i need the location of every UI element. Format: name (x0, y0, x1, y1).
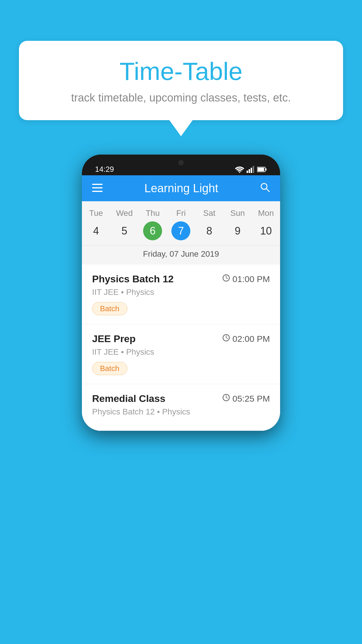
signal-icon (247, 166, 255, 173)
schedule-list: Physics Batch 12 01:00 PM (82, 265, 280, 431)
svg-line-18 (226, 338, 228, 339)
day-8[interactable]: 8 (200, 221, 219, 240)
hamburger-icon[interactable] (92, 183, 103, 193)
clock-icon-2 (222, 334, 230, 344)
batch-badge-2: Batch (92, 362, 127, 375)
feature-title: Time-Table (36, 57, 326, 86)
svg-line-15 (226, 278, 228, 279)
schedule-item-2-title: JEE Prep (92, 333, 136, 344)
svg-rect-7 (266, 168, 267, 171)
status-time: 14:29 (95, 165, 114, 174)
camera (178, 160, 184, 165)
app-title: Learning Light (144, 182, 218, 195)
schedule-item-1-meta: IIT JEE • Physics (92, 288, 270, 297)
clock-icon-1 (222, 274, 230, 284)
feature-subtitle: track timetable, upcoming classes, tests… (36, 92, 326, 104)
clock-icon-3 (222, 393, 230, 404)
day-5[interactable]: 5 (115, 221, 134, 240)
svg-point-0 (239, 172, 240, 173)
day-10[interactable]: 10 (256, 221, 275, 240)
schedule-item-1-title: Physics Batch 12 (92, 273, 174, 285)
day-7-selected[interactable]: 7 (171, 221, 190, 240)
phone-screen: Learning Light Tue Wed Thu Fri Sat Sun (82, 175, 280, 431)
svg-rect-9 (92, 187, 103, 188)
schedule-item-3-time: 05:25 PM (222, 393, 270, 404)
schedule-item-3-meta: Physics Batch 12 • Physics (92, 407, 270, 416)
schedule-item-1[interactable]: Physics Batch 12 01:00 PM (82, 265, 280, 324)
svg-rect-1 (247, 171, 248, 173)
schedule-item-1-time: 01:00 PM (222, 274, 270, 284)
svg-rect-10 (92, 191, 103, 192)
schedule-item-1-header: Physics Batch 12 01:00 PM (92, 273, 270, 285)
phone-mockup-container: 14:29 (19, 155, 343, 431)
calendar-strip: Tue Wed Thu Fri Sat Sun Mon 4 5 6 7 8 9 … (82, 201, 280, 265)
day-header-fri: Fri (167, 209, 195, 218)
svg-rect-2 (249, 169, 250, 173)
speech-bubble-card: Time-Table track timetable, upcoming cla… (19, 41, 343, 120)
schedule-item-2[interactable]: JEE Prep 02:00 PM (82, 324, 280, 384)
svg-line-21 (226, 398, 228, 398)
schedule-item-2-meta: IIT JEE • Physics (92, 347, 270, 357)
status-icons (235, 166, 267, 173)
day-9[interactable]: 9 (228, 221, 247, 240)
day-headers: Tue Wed Thu Fri Sat Sun Mon (82, 209, 280, 218)
app-bar: Learning Light (82, 175, 280, 201)
day-header-tue: Tue (82, 209, 110, 218)
schedule-item-3-header: Remedial Class 05:25 PM (92, 393, 270, 404)
schedule-item-3-title: Remedial Class (92, 393, 165, 404)
wifi-icon (235, 166, 244, 173)
batch-badge-1: Batch (92, 302, 127, 315)
day-header-wed: Wed (110, 209, 138, 218)
day-header-thu: Thu (138, 209, 167, 218)
day-header-mon: Mon (252, 209, 280, 218)
day-4[interactable]: 4 (87, 221, 106, 240)
schedule-item-2-header: JEE Prep 02:00 PM (92, 333, 270, 344)
day-6-today[interactable]: 6 (143, 221, 162, 240)
day-header-sun: Sun (224, 209, 252, 218)
speech-bubble-arrow (169, 120, 193, 136)
phone-header: 14:29 (82, 155, 280, 175)
battery-icon (257, 167, 267, 172)
speech-bubble-section: Time-Table track timetable, upcoming cla… (19, 41, 343, 136)
schedule-item-2-time: 02:00 PM (222, 334, 270, 344)
svg-rect-8 (92, 184, 103, 185)
svg-rect-4 (253, 166, 254, 173)
svg-rect-6 (258, 168, 264, 171)
svg-rect-3 (251, 168, 252, 173)
schedule-item-3[interactable]: Remedial Class 05:25 PM (82, 384, 280, 431)
day-header-sat: Sat (195, 209, 224, 218)
day-numbers: 4 5 6 7 8 9 10 (82, 221, 280, 240)
selected-date-label: Friday, 07 June 2019 (82, 246, 280, 265)
search-icon[interactable] (260, 182, 270, 195)
phone-mockup: 14:29 (82, 155, 280, 431)
svg-line-12 (266, 189, 269, 192)
